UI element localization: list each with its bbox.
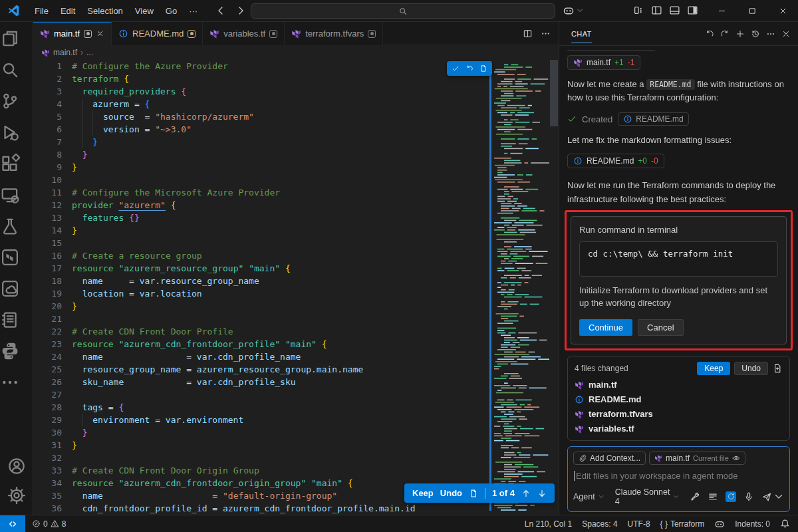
notifications-bell-icon[interactable]: [780, 519, 790, 529]
encoding-setting[interactable]: UTF-8: [628, 519, 650, 529]
code-line[interactable]: 16# Create a resource group: [33, 249, 559, 262]
breadcrumb-more[interactable]: ...: [86, 48, 93, 57]
file-icon[interactable]: [469, 489, 478, 498]
activity-explorer-icon[interactable]: [0, 29, 20, 49]
menu-edit[interactable]: Edit: [55, 0, 81, 22]
code-line[interactable]: 3 required_providers {: [33, 85, 559, 98]
code-line[interactable]: 26 sku_name = var.cdn_profile_sku: [33, 376, 559, 388]
code-line[interactable]: 32: [33, 452, 559, 464]
menu-overflow[interactable]: ···: [183, 0, 203, 22]
chat-tab[interactable]: CHAT: [571, 24, 592, 43]
undo-icon[interactable]: [704, 29, 715, 39]
changed-file-chip[interactable]: README.md +0 -0: [567, 154, 664, 168]
changed-file-chip[interactable]: main.tf +1 -1: [567, 55, 640, 70]
activity-python-icon[interactable]: [0, 341, 20, 361]
send-button[interactable]: [761, 491, 784, 502]
activity-extensions-icon[interactable]: [0, 154, 20, 174]
toggle-sidebar-icon[interactable]: [651, 5, 662, 16]
cancel-button[interactable]: Cancel: [638, 319, 683, 336]
undo-button[interactable]: Undo: [440, 488, 462, 498]
indents-indicator[interactable]: Indents: 0: [735, 519, 770, 529]
activity-search-icon[interactable]: [0, 60, 20, 80]
minimap[interactable]: [489, 60, 549, 515]
minimize-button[interactable]: [706, 0, 737, 22]
activity-testing-icon[interactable]: [0, 216, 20, 236]
microphone-icon[interactable]: [743, 491, 754, 502]
view-changes-icon[interactable]: [772, 363, 783, 374]
redo-icon[interactable]: [720, 29, 730, 39]
code-line[interactable]: 28 tags = {: [33, 401, 559, 414]
code-line[interactable]: 21: [33, 313, 559, 325]
code-line[interactable]: 23resource "azurerm_cdn_frontdoor_profil…: [33, 338, 559, 350]
code-line[interactable]: 19 location = var.location: [33, 287, 559, 300]
breadcrumb-file[interactable]: main.tf: [53, 48, 77, 57]
code-line[interactable]: 30 }: [33, 426, 559, 439]
tab-terraform-tfvars[interactable]: terraform.tfvars: [285, 22, 383, 45]
menu-selection[interactable]: Selection: [81, 0, 128, 22]
tab-main-tf[interactable]: main.tf: [33, 22, 112, 45]
output-list-icon[interactable]: [708, 491, 718, 502]
code-line[interactable]: 15: [33, 237, 559, 249]
configure-tools-icon[interactable]: [690, 491, 700, 502]
eye-icon[interactable]: [732, 454, 740, 462]
code-line[interactable]: 22# Create CDN Front Door Profile: [33, 325, 559, 338]
activity-remote-explorer-icon[interactable]: [0, 185, 20, 205]
breadcrumb[interactable]: main.tf › ...: [33, 45, 559, 60]
language-mode[interactable]: { } Terraform: [660, 519, 705, 529]
menu-view[interactable]: View: [129, 0, 160, 22]
customize-layout-icon[interactable]: [633, 5, 644, 16]
changed-file-row[interactable]: main.tf: [575, 378, 783, 392]
menu-file[interactable]: File: [29, 0, 55, 22]
activity-notebook-icon[interactable]: [0, 310, 20, 330]
code-line[interactable]: 13 features {}: [33, 211, 559, 224]
scrollbar-thumb[interactable]: [550, 60, 558, 126]
cursor-position[interactable]: Ln 210, Col 1: [525, 519, 572, 529]
maximize-button[interactable]: [737, 0, 767, 22]
activity-source-control-icon[interactable]: [0, 91, 20, 111]
code-line[interactable]: 31}: [33, 439, 559, 452]
continue-button[interactable]: Continue: [579, 319, 632, 336]
activity-account-icon[interactable]: [7, 456, 27, 476]
code-line[interactable]: 7 }: [33, 136, 559, 148]
copilot-status-icon[interactable]: [714, 519, 725, 529]
accept-check-icon[interactable]: [452, 65, 460, 72]
back-arrow-icon[interactable]: [215, 5, 226, 16]
add-context-button[interactable]: Add Context...: [573, 452, 646, 465]
open-file-icon[interactable]: [479, 65, 487, 72]
code-line[interactable]: 17resource "azurerm_resource_group" "mai…: [33, 262, 559, 275]
close-icon[interactable]: [781, 29, 791, 39]
code-line[interactable]: 33# Create CDN Front Door Origin Group: [33, 464, 559, 477]
chat-input-field[interactable]: Edit files in your workspace in agent mo…: [574, 471, 784, 481]
code-line[interactable]: 24 name = var.cdn_profile_name: [33, 350, 559, 363]
chat-history-icon[interactable]: [750, 29, 761, 39]
code-line[interactable]: 27: [33, 388, 559, 401]
code-editor[interactable]: 1# Configure the Azure Provider2terrafor…: [33, 60, 559, 515]
activity-settings-icon[interactable]: [7, 485, 27, 505]
code-line[interactable]: 8 }: [33, 148, 559, 161]
code-line[interactable]: 11# Configure the Microsoft Azure Provid…: [33, 186, 559, 199]
code-line[interactable]: 20}: [33, 300, 559, 313]
terminal-command[interactable]: cd c:\temp\ && terraform init: [579, 241, 778, 277]
split-editor-icon[interactable]: [523, 29, 533, 39]
menu-go[interactable]: Go: [160, 0, 183, 22]
code-line[interactable]: 9}: [33, 161, 559, 174]
problems-indicator[interactable]: 0 8: [32, 519, 66, 529]
agent-mode-dropdown[interactable]: Agent: [573, 492, 604, 501]
tab-variables-tf[interactable]: variables.tf: [203, 22, 285, 45]
attached-file-chip[interactable]: main.tf Current file: [649, 452, 745, 465]
more-actions-icon[interactable]: [765, 29, 776, 39]
code-line[interactable]: 36 cdn_frontdoor_profile_id = azurerm_cd…: [33, 502, 559, 515]
code-line[interactable]: 5 source = "hashicorp/azurerm": [33, 110, 559, 123]
more-actions-icon[interactable]: [541, 29, 551, 39]
auto-approve-toggle-icon[interactable]: [726, 491, 736, 502]
previous-change-icon[interactable]: [521, 489, 531, 498]
activity-terraform-icon[interactable]: [0, 247, 20, 267]
code-line[interactable]: 12provider "azurerm" {: [33, 199, 559, 211]
command-center-search[interactable]: [251, 3, 555, 19]
keep-button[interactable]: Keep: [412, 488, 434, 498]
next-change-icon[interactable]: [537, 489, 547, 498]
close-tab-icon[interactable]: [96, 29, 104, 38]
code-line[interactable]: 25 resource_group_name = azurerm_resourc…: [33, 363, 559, 376]
forward-arrow-icon[interactable]: [235, 5, 246, 16]
activity-more-icon[interactable]: [0, 372, 20, 392]
